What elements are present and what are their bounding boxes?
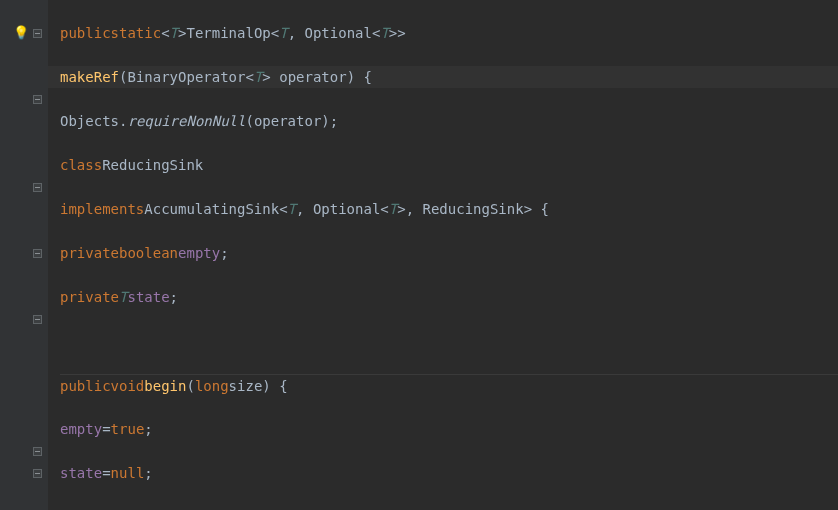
code-line: class ReducingSink xyxy=(60,154,838,176)
keyword: void xyxy=(111,375,145,397)
gutter-row xyxy=(0,418,48,440)
keyword: public xyxy=(60,22,111,44)
fold-icon[interactable] xyxy=(33,315,42,324)
type-param: T xyxy=(389,198,397,220)
class-name: ReducingSink xyxy=(423,198,524,220)
gutter-row xyxy=(0,220,48,242)
keyword: private xyxy=(60,242,119,264)
gutter-row xyxy=(0,242,48,264)
keyword: implements xyxy=(60,198,144,220)
keyword: true xyxy=(111,418,145,440)
gutter-row xyxy=(0,198,48,220)
gutter-row xyxy=(0,0,48,22)
class-name: Optional xyxy=(305,22,372,44)
method-name: makeRef xyxy=(60,66,119,88)
parameter: size xyxy=(229,375,263,397)
type-param: T xyxy=(279,22,287,44)
keyword: static xyxy=(111,22,162,44)
code-line: empty = true; xyxy=(60,418,838,440)
gutter-row: 💡 xyxy=(0,22,48,44)
gutter-row xyxy=(0,154,48,176)
gutter-row xyxy=(0,264,48,286)
angle-open: < xyxy=(161,22,169,44)
gutter-row xyxy=(0,396,48,418)
fold-icon[interactable] xyxy=(33,183,42,192)
code-line: state = null; xyxy=(60,462,838,484)
gutter-row xyxy=(0,44,48,66)
type-param: T xyxy=(170,22,178,44)
keyword: private xyxy=(60,286,119,308)
field: empty xyxy=(60,418,102,440)
field: empty xyxy=(178,242,220,264)
code-line: public static <T> TerminalOp<T, Optional… xyxy=(60,22,838,44)
field: state xyxy=(60,462,102,484)
code-line: implements AccumulatingSink<T, Optional<… xyxy=(60,198,838,220)
code-line: private boolean empty; xyxy=(60,242,838,264)
type-param: T xyxy=(380,22,388,44)
method-name: begin xyxy=(144,375,186,397)
fold-icon[interactable] xyxy=(33,95,42,104)
gutter-row xyxy=(0,330,48,352)
type-param: T xyxy=(288,198,296,220)
gutter-row xyxy=(0,440,48,462)
type-param: T xyxy=(119,286,127,308)
fold-icon[interactable] xyxy=(33,469,42,478)
code-area[interactable]: public static <T> TerminalOp<T, Optional… xyxy=(48,0,838,510)
class-name: TerminalOp xyxy=(186,22,270,44)
code-line: public void begin(long size) { xyxy=(60,374,838,396)
gutter-row xyxy=(0,132,48,154)
keyword: public xyxy=(60,375,111,397)
keyword: null xyxy=(111,462,145,484)
fold-icon[interactable] xyxy=(33,29,42,38)
gutter-row xyxy=(0,374,48,396)
gutter: 💡 xyxy=(0,0,48,510)
code-line: private T state; xyxy=(60,286,838,308)
class-name: Objects xyxy=(60,110,119,132)
lightbulb-icon[interactable]: 💡 xyxy=(13,22,29,44)
class-name: BinaryOperator xyxy=(127,66,245,88)
class-name: AccumulatingSink xyxy=(144,198,279,220)
class-name: Optional xyxy=(313,198,380,220)
static-method: requireNonNull xyxy=(127,110,245,132)
gutter-row xyxy=(0,462,48,484)
gutter-row xyxy=(0,352,48,374)
keyword: boolean xyxy=(119,242,178,264)
fold-icon[interactable] xyxy=(33,249,42,258)
code-line xyxy=(60,330,838,352)
gutter-row xyxy=(0,66,48,88)
code-line: } xyxy=(60,506,838,510)
gutter-row xyxy=(0,110,48,132)
class-name: ReducingSink xyxy=(102,154,203,176)
fold-icon[interactable] xyxy=(33,447,42,456)
gutter-row xyxy=(0,308,48,330)
keyword: class xyxy=(60,154,102,176)
parameter: operator xyxy=(254,110,321,132)
code-line: Objects.requireNonNull(operator); xyxy=(60,110,838,132)
gutter-row xyxy=(0,88,48,110)
gutter-row xyxy=(0,176,48,198)
type-param: T xyxy=(254,66,262,88)
gutter-row xyxy=(0,286,48,308)
parameter: operator xyxy=(279,66,346,88)
code-line-highlighted: makeRef(BinaryOperator<T> operator) { xyxy=(48,66,838,88)
keyword: long xyxy=(195,375,229,397)
field: state xyxy=(127,286,169,308)
angle-close: > xyxy=(178,22,186,44)
